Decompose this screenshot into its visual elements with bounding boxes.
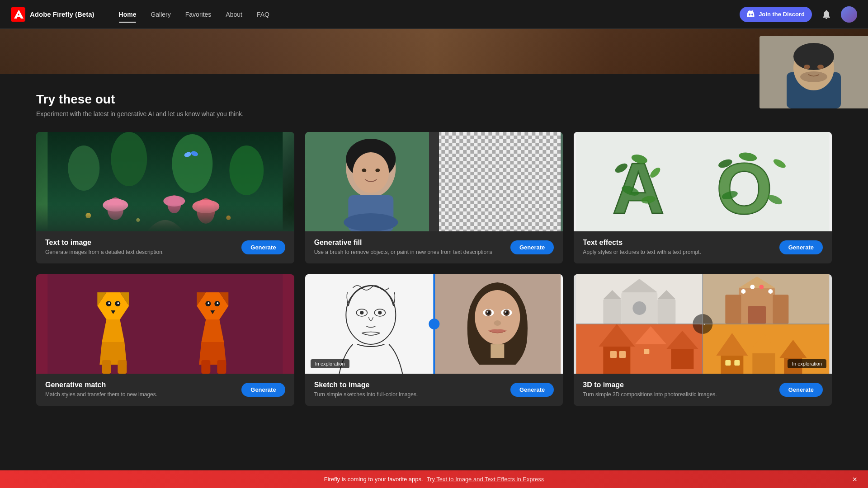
section-title: Try these out bbox=[36, 92, 832, 107]
card-generative-fill[interactable]: Generative fill Use a brush to remove ob… bbox=[305, 132, 563, 263]
card-generative-match-generate[interactable]: Generate bbox=[241, 383, 285, 397]
card-generative-fill-desc: Use a brush to remove objects, or paint … bbox=[314, 249, 503, 256]
svg-point-67 bbox=[217, 302, 218, 304]
card-text-to-image-text: Text to image Generate images from a det… bbox=[45, 239, 234, 256]
card-3d-to-image[interactable]: → In exploration 3D to image Turn simple… bbox=[574, 274, 832, 406]
user-avatar[interactable] bbox=[841, 6, 857, 23]
main-content: Generate Try these out Experiment with t… bbox=[0, 29, 868, 424]
svg-rect-99 bbox=[633, 301, 646, 315]
card-3d-to-image-title: 3D to image bbox=[583, 381, 772, 389]
gen-fill-svg bbox=[305, 132, 563, 231]
card-sketch-to-image-title: Sketch to image bbox=[314, 381, 503, 389]
svg-rect-124 bbox=[753, 353, 775, 374]
notification-button[interactable] bbox=[819, 7, 834, 22]
card-generative-match[interactable]: Generative match Match styles and transf… bbox=[36, 274, 294, 406]
card-3d-to-image-text: 3D to image Turn simple 3D compositions … bbox=[583, 381, 772, 399]
card-text-to-image-info: Text to image Generate images from a det… bbox=[36, 231, 294, 263]
webcam-video bbox=[760, 36, 868, 108]
bottom-banner-close[interactable]: × bbox=[852, 474, 857, 484]
card-3d-to-image-generate[interactable]: Generate bbox=[779, 383, 823, 397]
svg-point-87 bbox=[505, 311, 506, 313]
3d-exploration-badge: In exploration bbox=[788, 359, 826, 368]
svg-point-14 bbox=[136, 218, 140, 222]
nav-faq[interactable]: FAQ bbox=[250, 7, 276, 22]
card-text-to-image-desc: Generate images from a detailed text des… bbox=[45, 249, 234, 256]
svg-point-11 bbox=[192, 200, 219, 213]
card-text-effects-image: A A O O bbox=[574, 132, 832, 231]
discord-button[interactable]: Join the Discord bbox=[740, 7, 812, 22]
card-text-effects[interactable]: A A O O bbox=[574, 132, 832, 263]
svg-rect-70 bbox=[217, 360, 226, 374]
svg-rect-114 bbox=[640, 344, 662, 369]
navbar: Adobe Firefly (Beta) Home Gallery Favori… bbox=[0, 0, 868, 29]
nav-about[interactable]: About bbox=[219, 7, 249, 22]
discord-icon bbox=[747, 10, 755, 19]
svg-rect-112 bbox=[604, 347, 631, 374]
card-generative-match-desc: Match styles and transfer them to new im… bbox=[45, 391, 234, 399]
svg-point-4 bbox=[172, 134, 212, 193]
svg-point-138 bbox=[817, 65, 824, 69]
svg-rect-128 bbox=[735, 360, 740, 366]
svg-point-107 bbox=[760, 285, 764, 289]
discord-label: Join the Discord bbox=[759, 11, 805, 18]
svg-point-9 bbox=[163, 196, 185, 206]
svg-point-105 bbox=[741, 289, 746, 294]
card-sketch-to-image-info: Sketch to image Turn simple sketches int… bbox=[305, 374, 563, 406]
webcam-svg bbox=[760, 36, 868, 108]
nav-home[interactable]: Home bbox=[113, 7, 143, 22]
svg-point-12 bbox=[85, 213, 91, 218]
svg-rect-119 bbox=[644, 349, 650, 354]
svg-point-75 bbox=[360, 311, 363, 314]
svg-point-20 bbox=[344, 213, 398, 231]
cards-row-1: Text to image Generate images from a det… bbox=[36, 132, 832, 263]
bottom-banner: Firefly is coming to your favorite apps.… bbox=[0, 470, 868, 488]
svg-point-136 bbox=[793, 43, 834, 70]
nav-gallery[interactable]: Gallery bbox=[144, 7, 177, 22]
svg-rect-96 bbox=[658, 299, 676, 324]
try-section: Try these out Experiment with the latest… bbox=[0, 74, 868, 424]
svg-rect-30 bbox=[433, 132, 435, 231]
section-subtitle: Experiment with the latest in generative… bbox=[36, 110, 832, 117]
svg-rect-58 bbox=[118, 360, 127, 374]
bottom-banner-text: Firefly is coming to your favorite apps. bbox=[324, 476, 423, 483]
svg-rect-122 bbox=[721, 356, 744, 374]
svg-rect-109 bbox=[748, 306, 766, 324]
card-generative-fill-info: Generative fill Use a brush to remove ob… bbox=[305, 231, 563, 263]
card-sketch-to-image-text: Sketch to image Turn simple sketches int… bbox=[314, 381, 503, 399]
svg-point-91 bbox=[429, 319, 439, 329]
card-sketch-to-image-desc: Turn simple sketches into full-color ima… bbox=[314, 391, 503, 399]
card-text-effects-generate[interactable]: Generate bbox=[779, 240, 823, 254]
card-sketch-to-image[interactable]: In exploration Sketch to image Turn simp… bbox=[305, 274, 563, 406]
svg-point-5 bbox=[229, 145, 264, 195]
card-3d-to-image-image: → In exploration bbox=[574, 274, 832, 374]
svg-point-76 bbox=[378, 311, 382, 314]
navbar-right: Join the Discord bbox=[740, 6, 857, 23]
logo[interactable]: Adobe Firefly (Beta) bbox=[11, 7, 94, 22]
card-text-effects-title: Text effects bbox=[583, 239, 772, 247]
card-generative-fill-generate[interactable]: Generate bbox=[510, 240, 554, 254]
svg-point-108 bbox=[769, 289, 773, 294]
card-sketch-to-image-generate[interactable]: Generate bbox=[510, 383, 554, 397]
3d-to-image-svg: → bbox=[574, 274, 832, 374]
card-text-effects-info: Text effects Apply styles or textures to… bbox=[574, 231, 832, 263]
card-generative-match-text: Generative match Match styles and transf… bbox=[45, 381, 234, 399]
svg-point-2 bbox=[68, 145, 99, 191]
card-text-to-image[interactable]: Text to image Generate images from a det… bbox=[36, 132, 294, 263]
svg-rect-71 bbox=[307, 274, 434, 374]
card-3d-to-image-info: 3D to image Turn simple 3D compositions … bbox=[574, 374, 832, 406]
card-generative-match-info: Generative match Match styles and transf… bbox=[36, 374, 294, 406]
adobe-icon bbox=[11, 7, 25, 22]
nav-favorites[interactable]: Favorites bbox=[179, 7, 218, 22]
svg-point-86 bbox=[486, 311, 488, 313]
dog-svg bbox=[36, 274, 294, 374]
svg-rect-127 bbox=[726, 360, 731, 366]
svg-point-54 bbox=[108, 302, 110, 304]
bottom-banner-link[interactable]: Try Text to Image and Text Effects in Ex… bbox=[427, 476, 544, 483]
card-text-to-image-generate[interactable]: Generate bbox=[241, 240, 285, 254]
svg-point-55 bbox=[117, 302, 119, 304]
card-text-to-image-image bbox=[36, 132, 294, 231]
sketch-svg bbox=[305, 274, 563, 374]
card-generative-fill-text: Generative fill Use a brush to remove ob… bbox=[314, 239, 503, 256]
svg-rect-46 bbox=[47, 274, 283, 374]
svg-rect-57 bbox=[102, 360, 111, 374]
